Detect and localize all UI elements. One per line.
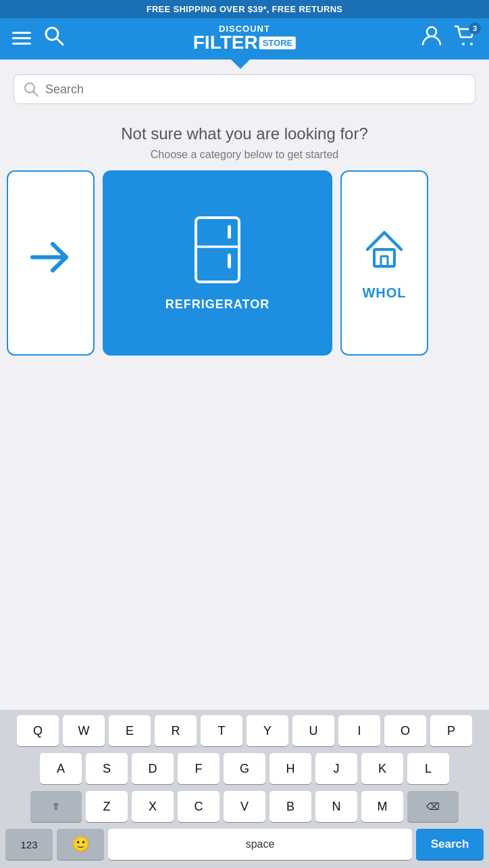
category-card-arrow[interactable] (7, 170, 95, 356)
key-Z[interactable]: Z (86, 791, 128, 822)
key-J[interactable]: J (315, 753, 357, 784)
main-content: Not sure what you are looking for? Choos… (0, 59, 489, 710)
key-shift[interactable]: ⇧ (30, 791, 82, 822)
key-O[interactable]: O (384, 715, 426, 746)
key-G[interactable]: G (224, 753, 265, 784)
key-H[interactable]: H (269, 753, 311, 784)
key-search[interactable]: Search (416, 829, 484, 860)
svg-point-4 (470, 43, 473, 45)
promo-banner: FREE SHIPPING OVER $39*, FREE RETURNS (0, 0, 489, 18)
search-input[interactable] (45, 82, 465, 97)
svg-point-3 (462, 43, 465, 45)
key-P[interactable]: P (430, 715, 472, 746)
key-backspace[interactable]: ⌫ (407, 791, 459, 822)
arrow-right-icon (29, 239, 73, 279)
key-L[interactable]: L (407, 753, 449, 784)
logo-main-text: FILTER (193, 33, 258, 52)
cart-count-badge: 3 (469, 22, 481, 34)
key-123[interactable]: 123 (5, 829, 53, 860)
key-U[interactable]: U (292, 715, 334, 746)
svg-point-2 (427, 27, 436, 37)
search-input-wrapper[interactable] (14, 74, 475, 104)
menu-button[interactable] (12, 32, 31, 45)
key-R[interactable]: R (155, 715, 197, 746)
key-B[interactable]: B (269, 791, 311, 822)
keyboard: Q W E R T Y U I O P A S D F G H J K L ⇧ … (0, 710, 489, 868)
category-card-whole-home[interactable]: WHOL (340, 170, 428, 356)
key-C[interactable]: C (178, 791, 220, 822)
key-A[interactable]: A (40, 753, 82, 784)
key-W[interactable]: W (63, 715, 105, 746)
key-F[interactable]: F (178, 753, 220, 784)
key-space[interactable]: space (108, 829, 412, 860)
header-left (12, 25, 65, 51)
keyboard-row-1: Q W E R T Y U I O P (3, 715, 486, 746)
prompt-area: Not sure what you are looking for? Choos… (0, 111, 489, 170)
header-dropdown-arrow (231, 59, 250, 69)
svg-line-1 (57, 39, 63, 45)
svg-rect-7 (196, 218, 239, 282)
refrigerator-icon (190, 214, 244, 288)
key-E[interactable]: E (109, 715, 151, 746)
refrigerator-label: REFRIGERATOR (165, 297, 269, 312)
whole-home-label: WHOL (362, 285, 406, 301)
banner-text: FREE SHIPPING OVER $39*, FREE RETURNS (147, 4, 343, 14)
category-card-refrigerator[interactable]: REFRIGERATOR (103, 170, 332, 356)
app-header: DISCOUNT FILTER STORE 3 (0, 18, 489, 59)
svg-line-6 (34, 92, 38, 97)
key-S[interactable]: S (86, 753, 128, 784)
prompt-subtitle: Choose a category below to get started (20, 149, 469, 161)
header-right: 3 (421, 25, 477, 51)
key-Q[interactable]: Q (17, 715, 59, 746)
key-I[interactable]: I (338, 715, 380, 746)
search-icon (24, 82, 38, 97)
svg-rect-10 (228, 254, 231, 268)
keyboard-bottom-bar: 123 🙂 space Search (3, 829, 486, 865)
key-V[interactable]: V (224, 791, 265, 822)
key-T[interactable]: T (201, 715, 242, 746)
key-D[interactable]: D (132, 753, 174, 784)
key-K[interactable]: K (361, 753, 403, 784)
house-icon (361, 226, 408, 276)
key-emoji[interactable]: 🙂 (57, 829, 104, 860)
svg-rect-9 (228, 225, 231, 239)
key-M[interactable]: M (361, 791, 403, 822)
logo-store-text: STORE (259, 37, 297, 49)
user-account-button[interactable] (421, 25, 442, 51)
keyboard-row-3: ⇧ Z X C V B N M ⌫ (3, 791, 486, 822)
search-container (0, 65, 489, 111)
header-search-icon[interactable] (43, 25, 65, 51)
svg-rect-12 (381, 256, 388, 266)
category-scroll: REFRIGERATOR WHOL (0, 170, 489, 366)
key-Y[interactable]: Y (247, 715, 288, 746)
key-N[interactable]: N (315, 791, 357, 822)
keyboard-row-2: A S D F G H J K L (3, 753, 486, 784)
svg-rect-11 (374, 249, 394, 266)
cart-button[interactable]: 3 (454, 25, 477, 51)
prompt-title: Not sure what you are looking for? (20, 124, 469, 143)
logo[interactable]: DISCOUNT FILTER STORE (193, 24, 296, 52)
key-X[interactable]: X (132, 791, 174, 822)
